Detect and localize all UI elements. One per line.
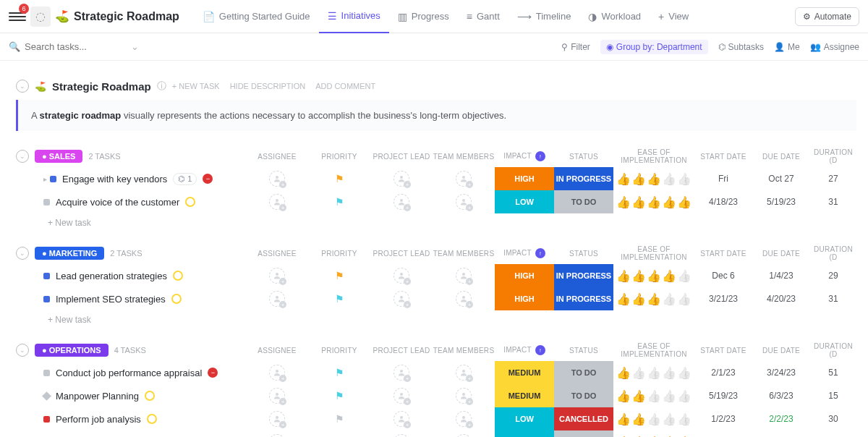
task-row[interactable]: Manpower Planning ⚑ MEDIUM TO DO 👍👍👍👍👍 5… bbox=[12, 384, 856, 407]
progress-icon[interactable] bbox=[171, 294, 182, 304]
impact-cell[interactable]: HIGH bbox=[495, 167, 554, 190]
collapse-page-icon[interactable]: ⌄ bbox=[16, 80, 29, 93]
chevron-down-icon[interactable]: ⌄ bbox=[131, 41, 139, 52]
status-dot[interactable] bbox=[50, 176, 56, 182]
col-priority[interactable]: PRIORITY bbox=[308, 250, 370, 258]
start-date-cell[interactable]: 3/21/23 bbox=[694, 287, 752, 310]
team-members-cell[interactable] bbox=[433, 287, 495, 310]
ease-cell[interactable]: 👍👍👍👍👍 bbox=[613, 430, 694, 437]
col-due-date[interactable]: DUE DATE bbox=[752, 250, 810, 258]
status-dot[interactable] bbox=[43, 296, 50, 302]
new-task-inline[interactable]: + New task bbox=[12, 213, 856, 232]
group-by-button[interactable]: ◉ Group by: Department bbox=[600, 40, 708, 54]
col-team-members[interactable]: TEAM MEMBERS bbox=[433, 153, 495, 161]
duration-cell[interactable]: 30 bbox=[810, 407, 856, 430]
col-duration[interactable]: DURATION (D bbox=[810, 342, 856, 358]
collapse-group-icon[interactable]: ⌄ bbox=[16, 344, 29, 357]
assignee-cell[interactable] bbox=[246, 384, 308, 407]
impact-cell[interactable]: HIGH bbox=[495, 264, 554, 287]
duration-cell[interactable]: 31 bbox=[810, 287, 856, 310]
team-members-cell[interactable] bbox=[433, 430, 495, 437]
duration-cell[interactable]: 5 bbox=[810, 430, 856, 437]
col-project-lead[interactable]: PROJECT LEAD bbox=[370, 250, 433, 258]
project-lead-cell[interactable] bbox=[370, 287, 433, 310]
collapse-group-icon[interactable]: ⌄ bbox=[16, 247, 29, 260]
new-task-link[interactable]: + NEW TASK bbox=[172, 82, 220, 90]
project-lead-cell[interactable] bbox=[370, 361, 433, 384]
priority-cell[interactable]: ⚑ bbox=[308, 167, 370, 190]
team-members-cell[interactable] bbox=[433, 384, 495, 407]
impact-cell[interactable]: LOW bbox=[495, 190, 554, 213]
start-date-cell[interactable]: 6/3/23 bbox=[694, 430, 752, 437]
team-members-cell[interactable] bbox=[433, 361, 495, 384]
task-name[interactable]: Perform job analysis bbox=[56, 414, 141, 425]
task-row[interactable]: Implement SEO strategies ⚑ HIGH IN PROGR… bbox=[12, 287, 856, 310]
priority-cell[interactable]: ⚑ bbox=[308, 287, 370, 310]
due-date-cell[interactable]: Oct 27 bbox=[752, 167, 810, 190]
start-date-cell[interactable]: Fri bbox=[694, 167, 752, 190]
ease-cell[interactable]: 👍👍👍👍👍 bbox=[613, 287, 694, 310]
group-label[interactable]: ● SALES bbox=[35, 150, 82, 163]
col-impact[interactable]: IMPACT ↑ bbox=[495, 345, 554, 355]
col-due-date[interactable]: DUE DATE bbox=[752, 153, 810, 161]
hide-description-link[interactable]: HIDE DESCRIPTION bbox=[230, 82, 306, 90]
col-impact[interactable]: IMPACT ↑ bbox=[495, 151, 554, 161]
status-cell[interactable]: IN PROGRESS bbox=[554, 167, 613, 190]
task-row[interactable]: Lead generation strategies ⚑ HIGH IN PRO… bbox=[12, 264, 856, 287]
start-date-cell[interactable]: 5/19/23 bbox=[694, 384, 752, 407]
subtasks-button[interactable]: ⌬ Subtasks bbox=[718, 42, 764, 52]
space-icon[interactable]: ◌ bbox=[30, 7, 51, 27]
project-lead-cell[interactable] bbox=[370, 264, 433, 287]
description-box[interactable]: A strategic roadmap visually represents … bbox=[16, 100, 856, 131]
due-date-cell[interactable]: 1/4/23 bbox=[752, 264, 810, 287]
tab-initiatives[interactable]: ☰Initiatives bbox=[319, 0, 389, 33]
due-date-cell[interactable]: 3/24/23 bbox=[752, 361, 810, 384]
team-members-cell[interactable] bbox=[433, 264, 495, 287]
start-date-cell[interactable]: 1/2/23 bbox=[694, 407, 752, 430]
group-label[interactable]: ● MARKETING bbox=[35, 247, 104, 260]
priority-cell[interactable]: ⚑ bbox=[308, 384, 370, 407]
task-row[interactable]: Team Building Activity ⚑ LOW TO DO 👍👍👍👍👍… bbox=[12, 430, 856, 437]
col-start-date[interactable]: START DATE bbox=[694, 153, 752, 161]
filter-button[interactable]: ⚲ Filter bbox=[561, 42, 590, 52]
progress-icon[interactable] bbox=[173, 271, 183, 281]
priority-cell[interactable]: ⚑ bbox=[308, 361, 370, 384]
status-cell[interactable]: TO DO bbox=[554, 430, 613, 437]
col-assignee[interactable]: ASSIGNEE bbox=[246, 347, 308, 355]
assignee-cell[interactable] bbox=[246, 190, 308, 213]
due-date-cell[interactable]: 6/3/23 bbox=[752, 384, 810, 407]
ease-cell[interactable]: 👍👍👍👍👍 bbox=[613, 361, 694, 384]
me-button[interactable]: 👤 Me bbox=[774, 42, 800, 52]
col-status[interactable]: STATUS bbox=[554, 250, 613, 258]
assignee-cell[interactable] bbox=[246, 167, 308, 190]
duration-cell[interactable]: 27 bbox=[810, 167, 856, 190]
expand-caret-icon[interactable]: ▸ bbox=[43, 175, 47, 183]
status-dot[interactable] bbox=[43, 199, 50, 205]
task-row[interactable]: Acquire voice of the customer ⚑ LOW TO D… bbox=[12, 190, 856, 213]
status-cell[interactable]: TO DO bbox=[554, 384, 613, 407]
duration-cell[interactable]: 15 bbox=[810, 384, 856, 407]
task-name[interactable]: Manpower Planning bbox=[56, 391, 139, 402]
col-due-date[interactable]: DUE DATE bbox=[752, 347, 810, 355]
task-name[interactable]: Conduct job performance appraisal bbox=[56, 368, 202, 378]
project-lead-cell[interactable] bbox=[370, 407, 433, 430]
blocked-icon[interactable]: − bbox=[208, 368, 218, 378]
task-name[interactable]: Implement SEO strategies bbox=[56, 294, 166, 305]
assignee-cell[interactable] bbox=[246, 430, 308, 437]
col-status[interactable]: STATUS bbox=[554, 347, 613, 355]
assignee-button[interactable]: 👥 Assignee bbox=[810, 42, 859, 52]
tab-getting-started-guide[interactable]: 📄Getting Started Guide bbox=[194, 0, 319, 33]
project-lead-cell[interactable] bbox=[370, 190, 433, 213]
status-dot[interactable] bbox=[43, 370, 50, 376]
blocked-icon[interactable]: − bbox=[203, 174, 213, 184]
col-priority[interactable]: PRIORITY bbox=[308, 153, 370, 161]
col-start-date[interactable]: START DATE bbox=[694, 347, 752, 355]
due-date-cell[interactable]: 6/21/23 bbox=[752, 430, 810, 437]
impact-cell[interactable]: MEDIUM bbox=[495, 384, 554, 407]
col-ease[interactable]: EASE OF IMPLEMENTATION bbox=[613, 148, 694, 164]
add-comment-link[interactable]: ADD COMMENT bbox=[315, 82, 375, 90]
task-name[interactable]: Engage with key vendors bbox=[62, 174, 167, 184]
due-date-cell[interactable]: 2/2/23 bbox=[752, 407, 810, 430]
group-label[interactable]: ● OPERATIONS bbox=[35, 344, 109, 357]
ease-cell[interactable]: 👍👍👍👍👍 bbox=[613, 190, 694, 213]
